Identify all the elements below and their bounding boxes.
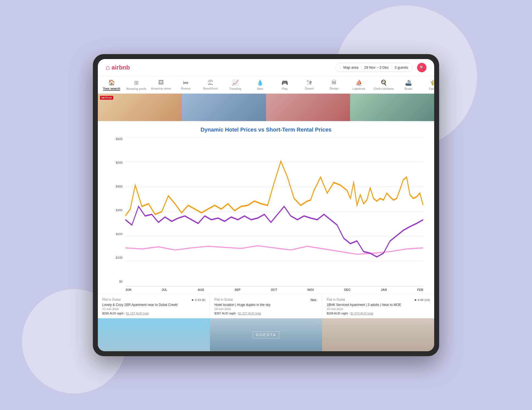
listing-2-location: Flat in Dubai xyxy=(214,298,233,302)
airbnb-logo: ⌂ airbnb xyxy=(106,63,130,72)
guests-label: 3 guests xyxy=(392,65,408,69)
chart-svg xyxy=(125,137,423,286)
y-label-200: $200 xyxy=(109,232,123,236)
listing-1-header: Flat in Dubai ★ 4.33 (6) xyxy=(102,298,205,302)
category-trending[interactable]: 📈 Trending xyxy=(227,79,243,90)
x-label-dec: DEC xyxy=(344,288,351,291)
listing-1-price: $260 AUD night · $1,107 AUD total xyxy=(102,312,205,315)
category-amazing-pools[interactable]: ⊞ Amazing pools xyxy=(128,79,145,90)
heart-icon-2[interactable]: ♡ xyxy=(316,320,320,326)
listings-row: Flat in Dubai ★ 4.33 (6) Lovely & Cozy 1… xyxy=(98,294,434,318)
property-image-strip: NETFLIX xyxy=(98,94,434,121)
your-search-label: Your search xyxy=(103,87,120,91)
trending-label: Trending xyxy=(229,87,241,90)
second-image-2: ♡ GUESTA xyxy=(210,318,322,351)
category-new[interactable]: 💧 New xyxy=(252,79,268,90)
y-label-300: $300 xyxy=(109,208,123,212)
strip-image-1: NETFLIX xyxy=(98,94,182,121)
search-pill[interactable]: Map area 29 Nov – 3 Dec 3 guests xyxy=(336,63,413,72)
map-area-label: Map area xyxy=(340,65,358,69)
desert-label: Desert xyxy=(305,87,314,90)
tablet-screen: ⌂ airbnb Map area 29 Nov – 3 Dec 3 guest… xyxy=(98,59,434,351)
x-label-aug: AUG xyxy=(198,288,204,291)
x-label-jan: JAN xyxy=(381,288,387,291)
base-rate-line xyxy=(125,246,423,254)
heart-icon-3[interactable]: ♡ xyxy=(428,320,432,326)
listing-3-header: Flat in Dubai ★ 4.86 (14) xyxy=(327,298,430,302)
amazing-views-icon: 🖼 xyxy=(158,79,164,86)
listing-2-new-badge: New xyxy=(309,298,318,302)
x-label-feb: FEB xyxy=(417,288,423,291)
category-boats[interactable]: 🚢 Boats xyxy=(400,79,417,90)
boats-icon: 🚢 xyxy=(405,79,412,86)
farms-label: Farms xyxy=(429,87,434,90)
strip-image-4 xyxy=(350,94,434,121)
chefs-kitchens-label: Chef's kitchens xyxy=(373,87,394,90)
strip-image-2 xyxy=(182,94,266,121)
your-search-icon: 🏠 xyxy=(108,79,115,86)
category-your-search[interactable]: 🏠 Your search xyxy=(103,79,120,91)
listing-1-name: Lovely & Cozy 1BR Apartment near to Duba… xyxy=(102,303,205,307)
listing-1-drive: 21-min drive xyxy=(102,307,205,311)
tablet-device: ⌂ airbnb Map area 29 Nov – 3 Dec 3 guest… xyxy=(93,54,439,356)
lakefront-label: Lakefront xyxy=(353,87,365,90)
x-label-nov: NOV xyxy=(307,288,314,291)
amazing-pools-label: Amazing pools xyxy=(126,87,146,90)
play-icon: 🎮 xyxy=(281,79,288,86)
chart-section: Dynamic Hotel Prices vs Short-Term Renta… xyxy=(98,121,434,294)
category-rooms[interactable]: 🛏 Rooms xyxy=(178,79,194,90)
listing-item-3[interactable]: Flat in Dubai ★ 4.86 (14) 1BHK Serviced … xyxy=(322,294,434,318)
listing-2-price: $307 AUD night · $1,227 AUD total xyxy=(214,312,317,315)
x-label-oct: OCT xyxy=(271,288,277,291)
listing-1-location: Flat in Dubai xyxy=(102,298,121,302)
category-lakefront[interactable]: ⛵ Lakefront xyxy=(351,79,367,90)
listing-3-drive: 22-min drive xyxy=(327,307,430,311)
category-design[interactable]: 🏛 Design xyxy=(326,79,342,90)
design-icon: 🏛 xyxy=(331,79,337,86)
rooms-icon: 🛏 xyxy=(183,79,189,86)
search-button[interactable]: 🔍 xyxy=(417,63,426,72)
x-label-jul: JUL xyxy=(162,288,167,291)
category-farms[interactable]: 🌾 Farms xyxy=(425,79,434,90)
chefs-kitchens-icon: 🍳 xyxy=(380,79,387,86)
listing-item-2[interactable]: Flat in Dubai New Hotel location | Huge … xyxy=(210,294,322,318)
new-label: New xyxy=(257,87,263,90)
category-play[interactable]: 🎮 Play xyxy=(276,79,293,90)
y-label-400: $400 xyxy=(109,185,123,188)
chart-title: Dynamic Hotel Prices vs Short-Term Renta… xyxy=(109,127,423,133)
category-navigation: 🏠 Your search ⊞ Amazing pools 🖼 Amazing … xyxy=(98,76,434,94)
listing-3-price: $268 AUD night · $1,073 AUD total xyxy=(327,312,430,315)
netflix-badge: NETFLIX xyxy=(100,96,113,100)
desert-icon: 🏜 xyxy=(307,79,312,86)
listing-2-header: Flat in Dubai New xyxy=(214,298,317,302)
y-label-600: $600 xyxy=(109,137,123,141)
heart-icon-1[interactable]: ♡ xyxy=(204,320,208,326)
category-chefs-kitchens[interactable]: 🍳 Chef's kitchens xyxy=(375,79,392,90)
amazing-views-label: Amazing views xyxy=(151,87,171,90)
second-image-3: ♡ xyxy=(322,318,434,351)
listing-2-name: Hotel location | Huge duplex in the sky xyxy=(214,303,317,307)
category-amazing-views[interactable]: 🖼 Amazing views xyxy=(153,79,169,90)
trending-icon: 📈 xyxy=(232,79,239,86)
chart-svg-area xyxy=(125,137,423,286)
category-beachfront[interactable]: ⛱ Beachfront xyxy=(202,79,219,90)
app-header: ⌂ airbnb Map area 29 Nov – 3 Dec 3 guest… xyxy=(98,59,434,76)
listing-item-1[interactable]: Flat in Dubai ★ 4.33 (6) Lovely & Cozy 1… xyxy=(98,294,210,318)
lakefront-icon: ⛵ xyxy=(356,79,362,86)
beachfront-label: Beachfront xyxy=(203,87,218,90)
listing-3-name: 1BHK Serviced Apartment | 3 adults | Nea… xyxy=(327,303,430,307)
chart-plot-area: JUN JUL AUG SEP OCT NOV DEC JAN FEB xyxy=(125,137,423,291)
boats-label: Boats xyxy=(404,87,412,90)
category-desert[interactable]: 🏜 Desert xyxy=(301,79,318,90)
beachfront-icon: ⛱ xyxy=(208,79,213,86)
second-image-row: ♡ ♡ GUESTA ♡ xyxy=(98,318,434,351)
listing-2-drive: 28-min drive xyxy=(214,307,317,311)
hotel-prices-line xyxy=(125,161,423,216)
y-label-100: $100 xyxy=(109,256,123,259)
design-label: Design xyxy=(329,87,339,90)
airbnb-logo-text: airbnb xyxy=(112,64,130,71)
guesta-label: GUESTA xyxy=(253,331,279,338)
dates-label: 29 Nov – 3 Dec xyxy=(361,65,389,69)
chart-x-axis: JUN JUL AUG SEP OCT NOV DEC JAN FEB xyxy=(125,286,423,291)
strip-image-3 xyxy=(266,94,350,121)
